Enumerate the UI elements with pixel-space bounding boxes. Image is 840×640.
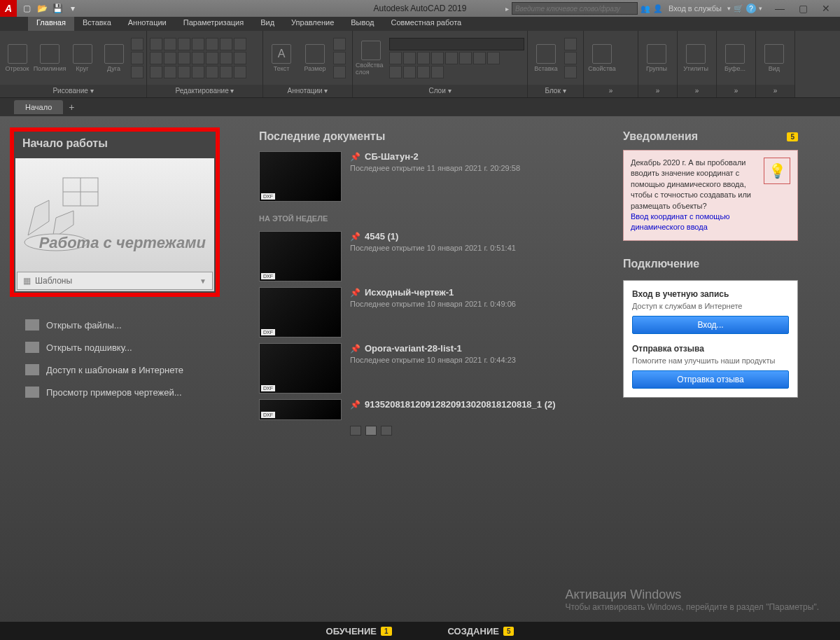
feedback-sub: Помогите нам улучшить наши продукты	[632, 356, 789, 365]
week-separator: НА ЭТОЙ НЕДЕЛЕ	[259, 214, 595, 223]
online-templates-link[interactable]: Доступ к шаблонам в Интернете	[21, 359, 231, 381]
maximize-button[interactable]: ▢	[799, 3, 808, 14]
panel-layers-title[interactable]: Слои ▾	[353, 85, 527, 97]
close-button[interactable]: ✕	[822, 3, 830, 14]
dimension-button[interactable]: Размер	[300, 39, 330, 78]
sample-drawings-link[interactable]: Просмотр примеров чертежей...	[21, 381, 231, 403]
panel-annot-title[interactable]: Аннотации ▾	[263, 85, 352, 97]
notification-link[interactable]: Ввод координат с помощью динамического в…	[631, 212, 729, 231]
tab-insert[interactable]: Вставка	[74, 17, 120, 31]
pin-icon[interactable]: 📌	[350, 400, 360, 410]
user-icon[interactable]: 👤	[653, 4, 663, 13]
circle-button[interactable]: Круг	[68, 39, 97, 78]
pin-icon[interactable]: 📌	[350, 288, 360, 298]
notification-card[interactable]: Декабрь 2020 г. А вы пробовали вводить з…	[623, 150, 798, 241]
open-files-link[interactable]: Открыть файлы...	[21, 314, 231, 336]
pin-icon[interactable]: 📌	[350, 232, 360, 242]
panel-edit-title[interactable]: Редактирование ▾	[147, 85, 262, 97]
quick-access-toolbar: ▢ 📂 💾 ▾	[20, 2, 80, 15]
view-switcher	[350, 426, 595, 436]
view-button[interactable]: Вид	[759, 39, 790, 78]
block-small[interactable]	[564, 38, 577, 78]
right-column: Уведомления 5 Декабрь 2020 г. А вы пробо…	[623, 130, 798, 640]
layerprops-button[interactable]: Свойства слоя	[356, 39, 386, 78]
props-button[interactable]: Свойства	[587, 39, 617, 78]
ribbon: Отрезок Полилиния Круг Дуга Рисование ▾ …	[0, 31, 840, 98]
layer-dropdown[interactable]	[389, 38, 524, 50]
app-icon[interactable]: A	[0, 0, 17, 17]
open-sheetset-link[interactable]: Открыть подшивку...	[21, 336, 231, 359]
tab-main[interactable]: Главная	[28, 17, 74, 31]
new-icon[interactable]: ▢	[20, 2, 34, 15]
sample-icon	[25, 387, 39, 398]
getting-started-highlight: Начало работы Работа с чертежами ▦ Шабло…	[10, 127, 220, 297]
open-icon[interactable]: 📂	[35, 2, 49, 15]
save-icon[interactable]: 💾	[50, 2, 64, 15]
recent-item[interactable]: 📌4545 (1)Последнее открытие 10 января 20…	[259, 231, 595, 281]
connect-box: Вход в учетную запись Доступ к службам в…	[623, 280, 798, 398]
arc-button[interactable]: Дуга	[99, 39, 128, 78]
tab-annotate[interactable]: Аннотации	[120, 17, 175, 31]
recent-item[interactable]: 📌913520818120912820913020818120818_1 (2)	[259, 399, 595, 420]
annot-small[interactable]	[333, 38, 346, 78]
search-input[interactable]	[512, 2, 638, 15]
insert-button[interactable]: Вставка	[531, 39, 561, 78]
left-column: Начало работы Работа с чертежами ▦ Шабло…	[21, 130, 231, 640]
create-tab[interactable]: СОЗДАНИЕ5	[448, 626, 514, 636]
panel-block-title[interactable]: Блок ▾	[528, 85, 583, 97]
pin-icon[interactable]: 📌	[350, 344, 360, 354]
view-list-button[interactable]	[350, 426, 361, 436]
view-large-button[interactable]	[381, 426, 392, 436]
utils-button[interactable]: Утилиты	[680, 39, 711, 78]
layer-small[interactable]	[389, 52, 524, 64]
title-bar: A ▢ 📂 💾 ▾ Autodesk AutoCAD 2019 ▸ 👥 👤 Вх…	[0, 0, 840, 17]
groups-button[interactable]: Группы	[641, 39, 672, 78]
feedback-heading: Отправка отзыва	[632, 344, 789, 354]
minimize-button[interactable]: —	[775, 3, 785, 14]
left-links: Открыть файлы... Открыть подшивку... Дос…	[21, 314, 231, 403]
start-drawing-card[interactable]: Работа с чертежами ▦ Шаблоны	[15, 158, 214, 291]
tab-parametric[interactable]: Параметризация	[175, 17, 252, 31]
notification-body: Декабрь 2020 г. А вы пробовали вводить з…	[631, 158, 751, 210]
notification-count-badge: 5	[787, 132, 798, 141]
clipboard-button[interactable]: Буфе...	[720, 39, 750, 78]
panel-draw-title[interactable]: Рисование ▾	[0, 85, 146, 97]
sheetset-icon	[25, 342, 39, 353]
dropdown-icon[interactable]: ▾	[66, 2, 80, 15]
learn-tab[interactable]: ОБУЧЕНИЕ1	[326, 626, 392, 636]
start-page: Начало работы Работа с чертежами ▦ Шабло…	[0, 116, 840, 640]
text-button[interactable]: AТекст	[266, 39, 297, 78]
feedback-button[interactable]: Отправка отзыва	[632, 370, 789, 389]
tab-manage[interactable]: Управление	[283, 17, 342, 31]
add-tab-button[interactable]: +	[69, 102, 74, 113]
view-grid-button[interactable]	[365, 426, 377, 436]
templates-dropdown[interactable]: ▦ Шаблоны	[17, 272, 213, 290]
edit-buttons[interactable]	[150, 38, 246, 78]
tab-view[interactable]: Вид	[252, 17, 283, 31]
layer-small2[interactable]	[389, 66, 524, 78]
pin-icon[interactable]: 📌	[350, 152, 360, 162]
folder-icon	[25, 319, 39, 331]
help-icon[interactable]: ?	[746, 4, 756, 13]
polyline-button[interactable]: Полилиния	[34, 39, 65, 78]
signin-link[interactable]: Вход в службы	[666, 4, 724, 13]
infocenter-icon[interactable]: 👥	[640, 4, 650, 13]
signin-heading: Вход в учетную запись	[632, 289, 789, 299]
recent-item[interactable]: 📌Opora-variant-28-list-1Последнее открыт…	[259, 343, 595, 394]
tab-start[interactable]: Начало	[14, 100, 63, 114]
tab-output[interactable]: Вывод	[342, 17, 382, 31]
doc-thumbnail	[259, 287, 342, 338]
doc-thumbnail	[259, 151, 342, 202]
connect-heading: Подключение	[623, 258, 798, 270]
grid-icon: ▦	[23, 276, 31, 286]
line-button[interactable]: Отрезок	[3, 39, 31, 78]
recent-item[interactable]: 📌СБ-Шатун-2Последнее открытие 11 января …	[259, 151, 595, 202]
draw-small-buttons[interactable]	[131, 38, 144, 78]
recent-heading: Последние документы	[259, 130, 595, 143]
exchange-icon[interactable]: 🛒	[734, 4, 743, 13]
signin-button[interactable]: Вход...	[632, 316, 789, 334]
recent-item[interactable]: 📌Исходный-чертеж-1Последнее открытие 10 …	[259, 287, 595, 338]
ribbon-tabs: Главная Вставка Аннотации Параметризация…	[0, 17, 840, 31]
tab-collab[interactable]: Совместная работа	[383, 17, 470, 31]
search-trigger-icon[interactable]: ▸	[505, 5, 509, 13]
